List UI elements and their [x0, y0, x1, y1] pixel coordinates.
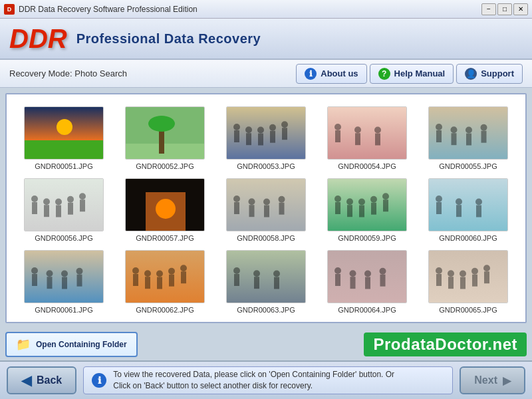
- photo-item[interactable]: GNDR00053.JPG: [215, 101, 317, 173]
- back-button[interactable]: ◀ Back: [7, 366, 76, 394]
- photo-canvas: [126, 179, 205, 231]
- photo-grid[interactable]: GNDR00051.JPGGNDR00052.JPGGNDR00053.JPGG…: [7, 94, 525, 322]
- photo-thumbnail: [125, 250, 205, 303]
- support-label: Support: [481, 68, 514, 78]
- photo-canvas: [126, 251, 205, 303]
- nav-info: ℹ To view the recovered Data, please cli…: [83, 366, 453, 394]
- photo-canvas: [227, 179, 306, 231]
- photo-thumbnail: [428, 178, 508, 231]
- app-title: Professional Data Recovery: [76, 31, 261, 47]
- photo-thumbnail: [226, 250, 306, 303]
- photo-filename: GNDR00057.JPG: [136, 234, 194, 242]
- photo-thumbnail: [125, 106, 205, 160]
- logo-text: DDR: [9, 25, 67, 52]
- about-button[interactable]: ℹ About us: [296, 64, 366, 84]
- minimize-button[interactable]: −: [481, 3, 496, 15]
- about-label: About us: [321, 68, 358, 78]
- photo-filename: GNDR00055.JPG: [439, 162, 497, 170]
- nav-info-line2: Click on 'Back' button to select another…: [113, 381, 313, 390]
- photo-thumbnail: [24, 178, 104, 231]
- photo-canvas: [126, 107, 205, 160]
- window-controls: − □ ✕: [481, 3, 528, 15]
- photo-canvas: [429, 179, 508, 231]
- close-button[interactable]: ✕: [513, 3, 528, 15]
- photo-canvas: [227, 107, 306, 160]
- next-arrow-icon: ▶: [503, 374, 511, 387]
- toolbar-buttons: ℹ About us ? Help Manual 👤 Support: [296, 64, 523, 84]
- photo-item[interactable]: GNDR00062.JPG: [114, 245, 215, 317]
- photo-item[interactable]: GNDR00059.JPG: [317, 173, 418, 245]
- photo-filename: GNDR00061.JPG: [35, 306, 92, 314]
- nav-info-line1: To view the recovered Data, please click…: [113, 370, 394, 379]
- photo-thumbnail: [327, 250, 407, 303]
- photo-item[interactable]: GNDR00064.JPG: [317, 245, 418, 317]
- photo-thumbnail: [428, 106, 508, 160]
- app-icon: D: [4, 4, 15, 15]
- photo-item[interactable]: GNDR00052.JPG: [114, 101, 215, 173]
- photo-thumbnail: [327, 106, 407, 160]
- app-header: DDR Professional Data Recovery: [0, 19, 532, 60]
- next-button[interactable]: Next ▶: [460, 366, 525, 394]
- photo-thumbnail: [24, 250, 104, 303]
- photo-canvas: [25, 251, 104, 303]
- photo-filename: GNDR00056.JPG: [35, 234, 92, 242]
- nav-info-text: To view the recovered Data, please click…: [113, 369, 394, 392]
- main-content: GNDR00051.JPGGNDR00052.JPGGNDR00053.JPGG…: [0, 88, 532, 329]
- maximize-button[interactable]: □: [497, 3, 512, 15]
- photo-item[interactable]: GNDR00063.JPG: [215, 245, 317, 317]
- photo-canvas: [25, 179, 104, 231]
- photo-thumbnail: [125, 178, 205, 231]
- nav-bar: ◀ Back ℹ To view the recovered Data, ple…: [0, 360, 532, 399]
- photo-canvas: [328, 251, 407, 303]
- photo-filename: GNDR00052.JPG: [136, 162, 194, 170]
- photo-panel: GNDR00051.JPGGNDR00052.JPGGNDR00053.JPGG…: [5, 93, 527, 323]
- info-icon: ℹ: [305, 68, 317, 80]
- photo-item[interactable]: GNDR00055.JPG: [418, 101, 519, 173]
- next-label: Next: [474, 374, 497, 386]
- photo-canvas: [429, 251, 508, 303]
- help-button[interactable]: ? Help Manual: [370, 64, 454, 84]
- photo-item[interactable]: GNDR00061.JPG: [13, 245, 114, 317]
- title-bar: D DDR Data Recovery Software Professiona…: [0, 0, 532, 19]
- window-title: DDR Data Recovery Software Professional …: [19, 5, 198, 14]
- help-icon: ?: [378, 68, 390, 80]
- photo-filename: GNDR00051.JPG: [35, 162, 92, 170]
- back-label: Back: [37, 374, 62, 386]
- photo-filename: GNDR00059.JPG: [338, 234, 396, 242]
- folder-area: 📁 Open Containing Folder ProdataDoctor.n…: [0, 329, 532, 360]
- photo-item[interactable]: GNDR00057.JPG: [114, 173, 215, 245]
- photo-canvas: [25, 107, 104, 160]
- photo-filename: GNDR00060.JPG: [439, 234, 497, 242]
- photo-canvas: [328, 179, 407, 231]
- photo-thumbnail: [428, 250, 508, 303]
- recovery-mode-label: Recovery Mode: Photo Search: [9, 68, 127, 78]
- help-label: Help Manual: [394, 68, 446, 78]
- folder-button-label: Open Containing Folder: [36, 340, 127, 349]
- photo-canvas: [328, 107, 407, 160]
- photo-filename: GNDR00065.JPG: [439, 306, 497, 314]
- photo-thumbnail: [226, 178, 306, 231]
- brand-text: ProdataDoctor.net: [364, 332, 527, 356]
- photo-item[interactable]: GNDR00060.JPG: [418, 173, 519, 245]
- photo-item[interactable]: GNDR00054.JPG: [317, 101, 418, 173]
- photo-item[interactable]: GNDR00056.JPG: [13, 173, 114, 245]
- photo-thumbnail: [24, 106, 104, 160]
- photo-filename: GNDR00062.JPG: [136, 306, 194, 314]
- photo-thumbnail: [327, 178, 407, 231]
- photo-item[interactable]: GNDR00058.JPG: [215, 173, 317, 245]
- photo-filename: GNDR00063.JPG: [237, 306, 295, 314]
- photo-canvas: [429, 107, 508, 160]
- photo-thumbnail: [226, 106, 306, 160]
- photo-filename: GNDR00053.JPG: [237, 162, 295, 170]
- photo-filename: GNDR00064.JPG: [338, 306, 396, 314]
- photo-filename: GNDR00054.JPG: [338, 162, 396, 170]
- photo-filename: GNDR00058.JPG: [237, 234, 295, 242]
- back-arrow-icon: ◀: [21, 372, 31, 388]
- photo-item[interactable]: GNDR00065.JPG: [418, 245, 519, 317]
- folder-icon: 📁: [16, 337, 31, 352]
- photo-item[interactable]: GNDR00051.JPG: [13, 101, 114, 173]
- open-folder-button[interactable]: 📁 Open Containing Folder: [5, 332, 138, 357]
- toolbar: Recovery Mode: Photo Search ℹ About us ?…: [0, 60, 532, 88]
- support-icon: 👤: [465, 68, 477, 80]
- support-button[interactable]: 👤 Support: [456, 64, 523, 84]
